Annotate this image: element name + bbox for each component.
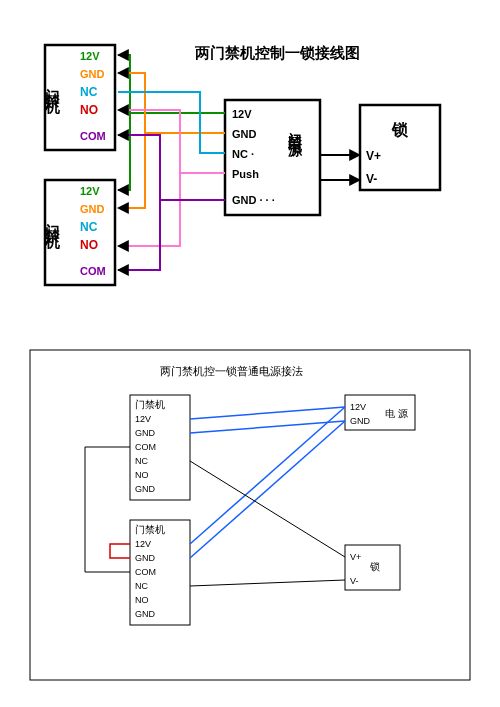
b-power-label: 电 源	[385, 408, 408, 419]
b-b-12v: 12V	[135, 539, 151, 549]
terminal-a-12v: 12V	[80, 50, 100, 62]
controller-gnd: GND	[232, 128, 257, 140]
bottom-title: 两门禁机控一锁普通电源接法	[160, 365, 303, 377]
terminal-a-no: NO	[80, 103, 98, 117]
b-b-no: NO	[135, 595, 149, 605]
b-a-gnd: GND	[135, 428, 156, 438]
terminal-b-nc: NC	[80, 220, 98, 234]
b-b-gnd: GND	[135, 553, 156, 563]
wire-green-a	[118, 55, 225, 113]
controller-nc: NC ·	[232, 148, 254, 160]
terminal-b-no: NO	[80, 238, 98, 252]
controller-12v: 12V	[232, 108, 252, 120]
b-a-com: COM	[135, 442, 156, 452]
lock-label: 锁	[391, 121, 408, 138]
b-b-com: COM	[135, 567, 156, 577]
page: { "top": { "title": "两门禁机控制一锁接线图", "acce…	[0, 0, 500, 707]
lock-vn: V-	[366, 172, 377, 186]
wire-pink-a	[118, 110, 225, 173]
b-b-gnd2: GND	[135, 609, 156, 619]
top-title: 两门禁机控制一锁接线图	[194, 44, 360, 61]
wire-orange-a	[118, 73, 225, 133]
lock-vp: V+	[366, 149, 381, 163]
terminal-a-com: COM	[80, 130, 106, 142]
b-power-12v: 12V	[350, 402, 366, 412]
b-a-no: NO	[135, 470, 149, 480]
wire-cyan	[118, 92, 225, 153]
controller-push: Push	[232, 168, 259, 180]
b-lock-label: 锁	[369, 561, 380, 572]
b-a-nc: NC	[135, 456, 148, 466]
wire-green-b	[118, 113, 225, 190]
wire-pink-b	[118, 173, 225, 246]
b-b-nc: NC	[135, 581, 148, 591]
wire-orange-b	[118, 133, 225, 208]
controller-gnd2: GND · · ·	[232, 194, 275, 206]
terminal-a-nc: NC	[80, 85, 98, 99]
terminal-b-com: COM	[80, 265, 106, 277]
bottom-diagram: 两门禁机控一锁普通电源接法 门禁机 12V GND COM NC NO GND …	[0, 340, 500, 700]
wire-purple-b	[118, 200, 225, 270]
b-power-gnd: GND	[350, 416, 371, 426]
b-terminal-a-label: 门禁机	[135, 399, 165, 410]
b-terminal-b-label: 门禁机	[135, 524, 165, 535]
wire-purple-a	[118, 135, 225, 200]
b-a-12v: 12V	[135, 414, 151, 424]
top-diagram: 两门禁机控制一锁接线图 门禁机 12V GND NC NO COM 门禁机 12…	[0, 0, 500, 340]
b-a-gnd2: GND	[135, 484, 156, 494]
terminal-b-gnd: GND	[80, 203, 105, 215]
terminal-a-gnd: GND	[80, 68, 105, 80]
terminal-b-12v: 12V	[80, 185, 100, 197]
b-lock-vp: V+	[350, 552, 361, 562]
b-lock-vn: V-	[350, 576, 359, 586]
